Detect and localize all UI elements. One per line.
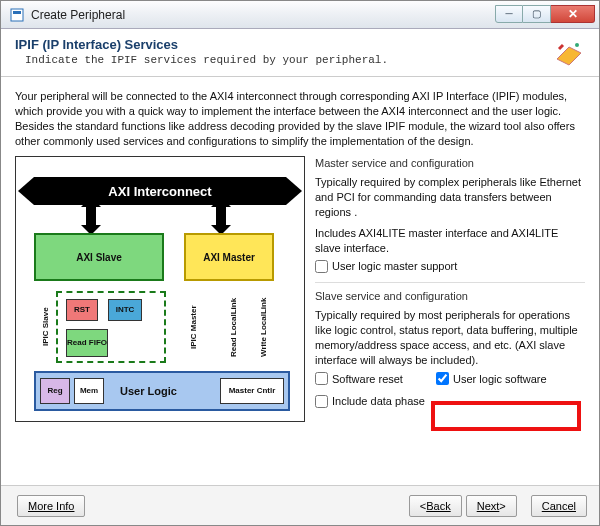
architecture-diagram: AXI Interconnect AXI Slave AXI Master IP…: [15, 156, 305, 422]
include-data-phase-label: Include data phase: [332, 394, 425, 409]
more-info-button[interactable]: More Info: [17, 495, 85, 517]
svg-rect-0: [11, 9, 23, 21]
window-buttons: ─ ▢ ✕: [495, 5, 595, 25]
header: IPIF (IP Interface) Services Indicate th…: [1, 29, 599, 77]
header-title: IPIF (IP Interface) Services: [15, 37, 585, 52]
body: Your peripheral will be connected to the…: [1, 77, 599, 430]
back-button[interactable]: < Back: [409, 495, 462, 517]
slave-desc: Typically required by most peripherals f…: [315, 308, 585, 367]
minimize-button[interactable]: ─: [495, 5, 523, 23]
axi-slave-box: AXI Slave: [34, 233, 164, 281]
master-heading: Master service and configuration: [315, 156, 585, 171]
svg-point-2: [575, 43, 579, 47]
user-logic-label: User Logic: [120, 385, 177, 397]
axi-interconnect-bar: AXI Interconnect: [34, 177, 286, 205]
software-reset-checkbox[interactable]: [315, 372, 328, 385]
close-button[interactable]: ✕: [551, 5, 595, 23]
svg-rect-1: [13, 11, 21, 14]
header-subtitle: Indicate the IPIF services required by y…: [25, 54, 585, 66]
highlight-box: [431, 401, 581, 431]
user-logic-container: Reg Mem User Logic Master Cntlr: [34, 371, 290, 411]
intc-box: INTC: [108, 299, 142, 321]
cancel-button[interactable]: Cancel: [531, 495, 587, 517]
include-data-phase-checkbox[interactable]: [315, 395, 328, 408]
reg-box: Reg: [40, 378, 70, 404]
rst-box: RST: [66, 299, 98, 321]
arrow-left-icon: [18, 177, 34, 205]
ipic-slave-label: IPIC Slave: [38, 287, 52, 367]
mem-box: Mem: [74, 378, 104, 404]
master-desc-2: Includes AXI4LITE master interface and A…: [315, 226, 585, 256]
user-logic-software-checkbox[interactable]: [436, 372, 449, 385]
user-logic-master-label: User logic master support: [332, 259, 457, 274]
master-cntlr-box: Master Cntlr: [220, 378, 284, 404]
maximize-button[interactable]: ▢: [523, 5, 551, 23]
window-title: Create Peripheral: [31, 8, 495, 22]
read-fifo-box: Read FIFO: [66, 329, 108, 357]
software-reset-label: Software reset: [332, 372, 403, 387]
slave-heading: Slave service and configuration: [315, 289, 585, 304]
master-desc-1: Typically required by complex peripheral…: [315, 175, 585, 220]
dialog-window: Create Peripheral ─ ▢ ✕ IPIF (IP Interfa…: [0, 0, 600, 526]
titlebar[interactable]: Create Peripheral ─ ▢ ✕: [1, 1, 599, 29]
ipic-master-label: IPIC Master: [186, 287, 200, 367]
read-locallink-label: Read LocalLink: [226, 287, 240, 367]
user-logic-master-checkbox[interactable]: [315, 260, 328, 273]
divider: [315, 282, 585, 283]
user-logic-software-label: User logic software: [453, 372, 547, 387]
next-button[interactable]: Next >: [466, 495, 517, 517]
axi-master-box: AXI Master: [184, 233, 274, 281]
arrow-right-icon: [286, 177, 302, 205]
options-column: Master service and configuration Typical…: [315, 156, 585, 422]
app-icon: [9, 7, 25, 23]
footer: More Info < Back Next > Cancel: [1, 485, 599, 525]
wizard-icon: [553, 39, 585, 71]
intro-text: Your peripheral will be connected to the…: [15, 89, 585, 148]
write-locallink-label: Write LocalLink: [256, 287, 270, 367]
